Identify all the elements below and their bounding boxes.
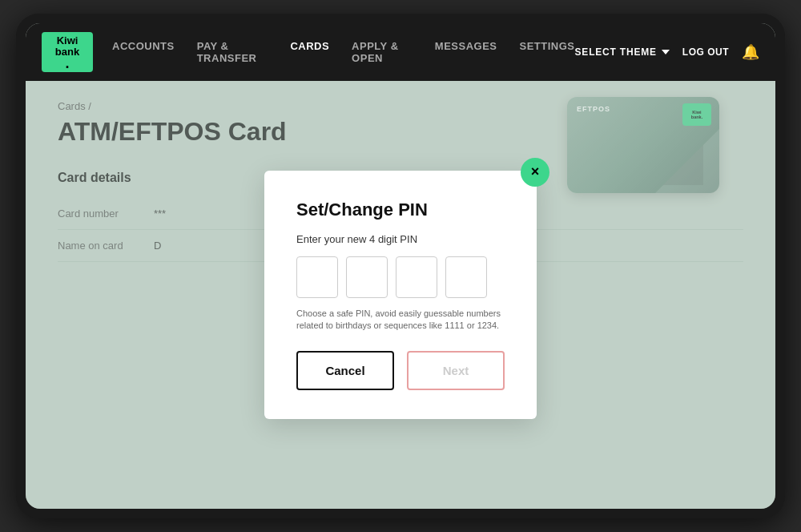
cancel-button[interactable]: Cancel	[296, 351, 394, 390]
next-button[interactable]: Next	[407, 351, 505, 390]
content-area: Cards / ATM/EFTPOS Card EFTPOS Kiwi bank…	[26, 81, 775, 509]
nav-cards[interactable]: CARDS	[290, 40, 329, 64]
modal-title: Set/Change PIN	[296, 200, 505, 220]
nav-links: ACCOUNTS PAY & TRANSFER CARDS APPLY & OP…	[112, 40, 575, 64]
tablet-screen: Kiwi bank. ACCOUNTS PAY & TRANSFER CARDS…	[26, 23, 775, 509]
logo-line1: Kiwi	[55, 35, 79, 46]
pin-digit-4[interactable]	[445, 256, 487, 298]
modal-close-button[interactable]: ×	[521, 158, 549, 187]
modal-overlay: × Set/Change PIN Enter your new 4 digit …	[26, 81, 775, 509]
select-theme-button[interactable]: SELECT THEME	[575, 46, 670, 58]
select-theme-label: SELECT THEME	[575, 46, 657, 58]
nav-right: SELECT THEME LOG OUT 🔔	[575, 43, 759, 61]
navbar: Kiwi bank. ACCOUNTS PAY & TRANSFER CARDS…	[26, 23, 775, 81]
nav-accounts[interactable]: ACCOUNTS	[112, 40, 175, 64]
nav-apply-open[interactable]: APPLY & OPEN	[352, 40, 413, 64]
modal-buttons: Cancel Next	[296, 351, 505, 390]
pin-digit-2[interactable]	[346, 256, 388, 298]
pin-modal: × Set/Change PIN Enter your new 4 digit …	[264, 171, 537, 420]
pin-hint: Choose a safe PIN, avoid easily guessabl…	[296, 308, 505, 332]
pin-digit-3[interactable]	[396, 256, 437, 298]
logout-button[interactable]: LOG OUT	[682, 46, 729, 58]
nav-messages[interactable]: MESSAGES	[435, 40, 497, 64]
nav-pay-transfer[interactable]: PAY & TRANSFER	[197, 40, 268, 64]
nav-settings[interactable]: SETTINGS	[520, 40, 575, 64]
pin-digit-1[interactable]	[296, 256, 338, 298]
logo-dot: .	[55, 58, 79, 69]
logo[interactable]: Kiwi bank.	[42, 32, 93, 72]
modal-subtitle: Enter your new 4 digit PIN	[296, 233, 505, 245]
bell-icon[interactable]: 🔔	[742, 43, 759, 61]
pin-inputs	[296, 256, 505, 298]
chevron-down-icon	[662, 50, 670, 54]
tablet-frame: Kiwi bank. ACCOUNTS PAY & TRANSFER CARDS…	[16, 14, 785, 518]
